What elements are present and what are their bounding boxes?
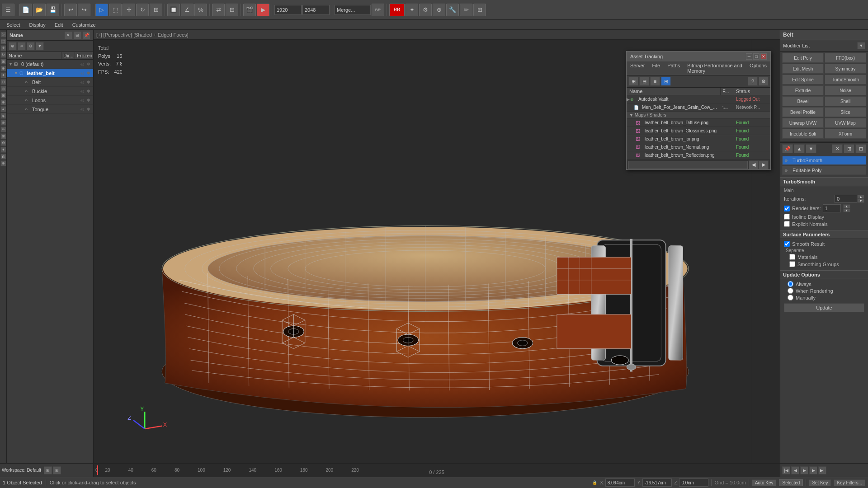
key-filters-btn[interactable]: Key Filters... (834, 479, 865, 486)
surface-params-header[interactable]: Surface Parameters (780, 230, 868, 239)
save-btn[interactable]: 💾 (47, 4, 59, 16)
tl-prev-frame[interactable]: ◀ (791, 466, 799, 474)
percent-snap-btn[interactable]: % (194, 4, 207, 16)
asset-row-vault[interactable]: ▶ ⊕ Autodesk Vault Logged Out (627, 95, 770, 103)
always-radio[interactable] (788, 281, 793, 287)
nav-expand-btn[interactable]: ⊞ (844, 144, 854, 153)
rb-btn[interactable]: RB (389, 4, 405, 16)
mod-btn-ffd[interactable]: FFD(box) (825, 53, 866, 63)
mod-btn-inderable-spli[interactable]: Inedable Spli (782, 129, 824, 139)
menu-display[interactable]: Display (25, 21, 50, 28)
left-tool-select[interactable]: ▷ (0, 32, 6, 38)
isoline-check[interactable] (784, 214, 790, 220)
update-options-header[interactable]: Update Options (780, 270, 868, 279)
mod-btn-edit-mesh[interactable]: Edit Mesh (782, 64, 824, 74)
tree-item-tongue[interactable]: ○ Tongue ◎ ✱ (7, 105, 93, 114)
iterations-input[interactable] (835, 195, 857, 203)
scene-create-btn[interactable]: ⊕ (9, 42, 17, 50)
stack-item-turbosmooth[interactable]: ⊕ TurboSmooth (782, 156, 866, 165)
menu-edit[interactable]: Edit (50, 21, 68, 28)
asset-row-diffuse[interactable]: 🖼 leather_belt_brown_Diffuse.png Found (627, 119, 770, 127)
at-menu-paths[interactable]: Paths (664, 61, 684, 75)
at-settings-btn[interactable]: ⚙ (759, 77, 769, 86)
tool1-btn[interactable]: ✦ (406, 4, 418, 16)
scene-pin-btn[interactable]: 📌 (82, 31, 90, 39)
tree-item-buckle[interactable]: ○ Buckle ◎ ✱ (7, 87, 93, 96)
smoothing-groups-check[interactable] (789, 261, 795, 267)
scene-close-btn[interactable]: ✕ (64, 31, 72, 39)
tl-play[interactable]: ▶ (800, 466, 808, 474)
mod-btn-bevel-profile[interactable]: Bevel Profile (782, 107, 824, 117)
render-iters-check[interactable] (784, 206, 790, 211)
mod-btn-edit-spline[interactable]: Edit Spline (782, 75, 824, 84)
br-btn[interactable]: BR (372, 4, 384, 16)
tool4-btn[interactable]: 🔧 (446, 4, 459, 16)
mod-btn-uvw-map[interactable]: UVW Map (825, 118, 866, 128)
redo-btn[interactable]: ↪ (78, 4, 90, 16)
mod-btn-slice[interactable]: Slice (825, 107, 866, 117)
nav-remove-btn[interactable]: ✕ (832, 144, 843, 153)
y-input[interactable] (642, 479, 672, 487)
at-close-btn[interactable]: ✕ (760, 53, 767, 60)
smooth-result-check[interactable] (784, 241, 790, 247)
undo-btn[interactable]: ↩ (64, 4, 77, 16)
tree-item-leather-belt[interactable]: ▼ ⬡ leather_belt ◎ ✱ (7, 69, 93, 78)
left-tool-14[interactable]: ⊗ (0, 120, 6, 126)
new-btn[interactable]: 📄 (19, 4, 32, 16)
at-path-scroll-right[interactable]: ▶ (759, 160, 769, 169)
spin-down[interactable]: ▼ (843, 208, 850, 212)
asset-row-max[interactable]: 📄 Men_Belt_For_Jeans_Grain_Cow_Leather_v… (627, 103, 770, 112)
spin-down[interactable]: ▼ (857, 199, 864, 203)
manually-radio[interactable] (788, 295, 793, 300)
mirror-btn[interactable]: ⇄ (212, 4, 225, 16)
merge-field[interactable] (335, 5, 371, 15)
mod-btn-symmetry[interactable]: Symmetry (825, 64, 866, 74)
spin-up[interactable]: ▲ (843, 204, 850, 208)
scene-delete-btn[interactable]: ✕ (18, 42, 26, 50)
scene-expand-btn[interactable]: ⊞ (73, 31, 81, 39)
nav-up-btn[interactable]: ▲ (794, 144, 805, 153)
spin-up[interactable]: ▲ (857, 195, 864, 199)
menu-customize[interactable]: Customize (68, 21, 100, 28)
left-tool-12[interactable]: ▲ (0, 106, 6, 112)
select-region-btn[interactable]: ⬚ (109, 4, 122, 16)
set-key-btn[interactable]: Set Key (809, 479, 831, 486)
at-menu-bitmap[interactable]: Bitmap Performance and Memory (684, 61, 746, 75)
select-btn[interactable]: ▷ (95, 4, 108, 16)
asset-tracking-titlebar[interactable]: Asset Tracking ─ □ ✕ (627, 52, 770, 61)
timeline-btn1[interactable]: ⊞ (44, 466, 52, 474)
open-btn[interactable]: 📂 (33, 4, 46, 16)
tool3-btn[interactable]: ⊕ (433, 4, 445, 16)
left-tool-9[interactable]: ◎ (0, 86, 6, 92)
tool5-btn[interactable]: ✏ (460, 4, 472, 16)
menu-btn[interactable]: ☰ (2, 4, 14, 16)
nav-pin-btn[interactable]: 📌 (782, 144, 793, 153)
at-btn-2[interactable]: ⊟ (639, 77, 649, 86)
mod-btn-xform[interactable]: XForm (825, 129, 866, 139)
snap-btn[interactable]: 🔲 (167, 4, 180, 16)
tree-item-layer0[interactable]: ▼ ⊞ 0 (default) ◎ ❄ (7, 60, 93, 69)
at-path-scroll-left[interactable]: ◀ (749, 160, 759, 169)
left-tool-19[interactable]: ◐ (0, 154, 6, 160)
autokey-btn[interactable]: Auto Key (752, 479, 777, 486)
modifier-dropdown[interactable]: ▼ (857, 42, 865, 49)
asset-row-gloss[interactable]: 🖼 leather_belt_brown_Glossiness.png Foun… (627, 127, 770, 135)
asset-row-ior[interactable]: 🖼 leather_belt_brown_ior.png Found (627, 135, 770, 143)
nav-down-btn[interactable]: ▼ (806, 144, 816, 153)
tool2-btn[interactable]: ⚙ (419, 4, 432, 16)
tool6-btn[interactable]: ⊞ (473, 4, 486, 16)
left-tool-17[interactable]: ⚙ (0, 140, 6, 146)
render-iters-input[interactable] (823, 204, 841, 212)
scene-settings-btn[interactable]: ⚙ (27, 42, 35, 50)
tree-item-loops[interactable]: ○ Loops ◎ ✱ (7, 96, 93, 105)
mod-btn-extrude[interactable]: Extrude (782, 85, 824, 95)
at-menu-file[interactable]: File (648, 61, 664, 75)
left-tool-18[interactable]: ✦ (0, 147, 6, 153)
turbosmooth-header[interactable]: TurboSmooth (780, 177, 868, 186)
at-menu-server[interactable]: Server (627, 61, 648, 75)
at-maximize-btn[interactable]: □ (753, 53, 760, 60)
asset-row-reflection[interactable]: 🖼 leather_belt_brown_Reflection.png Foun… (627, 151, 770, 160)
left-tool-6[interactable]: ⊕ (0, 66, 6, 71)
angle-snap-btn[interactable]: ∠ (181, 4, 193, 16)
at-btn-4[interactable]: ⊞ (661, 77, 671, 86)
